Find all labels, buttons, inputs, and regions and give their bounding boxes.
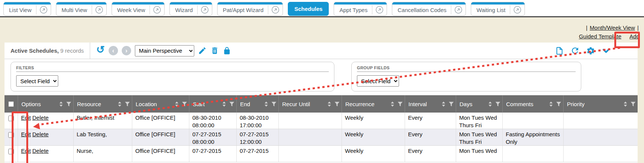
column-header-recur-until[interactable]: Recur Until	[279, 95, 342, 113]
column-header-days[interactable]: Days	[456, 95, 503, 113]
resource-cell: Nurse,	[74, 146, 132, 162]
column-label: Interval	[408, 101, 427, 107]
filter-funnel-icon[interactable]	[181, 101, 187, 107]
row-checkbox[interactable]	[8, 116, 14, 121]
sort-icon[interactable]	[327, 101, 332, 107]
sort-icon[interactable]	[623, 101, 628, 107]
perspective-select[interactable]: Main Perspective	[135, 45, 194, 56]
tab-multi-view[interactable]: Multi View	[56, 2, 107, 16]
column-label: End	[240, 101, 250, 107]
filter-funnel-icon[interactable]	[124, 101, 130, 107]
edit-link[interactable]: Edit	[21, 131, 31, 137]
recur-until-cell	[279, 129, 342, 145]
nav-forward-icon[interactable]: ›	[122, 46, 131, 55]
filters-title: FILTERS	[16, 66, 329, 72]
sort-icon[interactable]	[548, 101, 554, 107]
sort-icon[interactable]	[487, 101, 493, 107]
location-cell: Office [OFFICE]	[132, 129, 189, 145]
column-label: Location	[136, 101, 157, 107]
days-cell: Mon Tues Wed	[456, 146, 503, 162]
guided-template-link[interactable]: Guided Template	[579, 33, 621, 40]
filters-box: FILTERS Select Field	[11, 62, 334, 91]
select-all-checkbox[interactable]	[8, 101, 14, 107]
filter-funnel-icon[interactable]	[66, 101, 72, 107]
edit-link[interactable]: Edit	[21, 148, 31, 154]
chevron-down-icon[interactable]	[602, 46, 611, 55]
filter-funnel-icon[interactable]	[334, 101, 340, 107]
sort-icon[interactable]	[221, 101, 227, 107]
filters-field-select[interactable]: Select Field	[16, 75, 58, 87]
month-week-view-link[interactable]: Month/Week View	[590, 24, 635, 31]
column-header-resource[interactable]: Resource	[74, 95, 132, 113]
tab-cancellation-codes[interactable]: Cancellation Codes	[392, 2, 466, 16]
column-header-location[interactable]: Location	[132, 95, 189, 113]
external-link-icon[interactable]	[451, 6, 466, 14]
interval-cell: Every	[405, 146, 456, 162]
sort-icon[interactable]	[58, 101, 64, 107]
tab-wizard[interactable]: Wizard	[169, 2, 212, 16]
sort-icon[interactable]	[390, 101, 395, 107]
external-link-icon[interactable]	[198, 6, 212, 14]
column-header-options[interactable]: Options	[18, 95, 74, 113]
tab-schedules[interactable]: Schedules	[288, 2, 329, 16]
location-cell: Office [OFFICE]	[132, 146, 189, 162]
gear-icon[interactable]	[586, 46, 595, 55]
column-header-priority[interactable]: Priority	[564, 95, 638, 113]
external-link-icon[interactable]	[150, 6, 164, 14]
resource-cell: Lab Testing,	[74, 129, 132, 145]
edit-link[interactable]: Edit	[21, 114, 31, 121]
column-label: Recurrence	[345, 101, 375, 107]
days-cell: Mon Tues Wed Thurs Fri	[456, 129, 503, 145]
row-checkbox[interactable]	[8, 149, 14, 154]
sort-icon[interactable]	[117, 101, 122, 107]
interval-cell: Every	[405, 129, 456, 145]
interval-cell: Every	[405, 113, 456, 129]
tab-waiting-list[interactable]: Waiting List	[471, 2, 525, 16]
filter-funnel-icon[interactable]	[495, 101, 501, 107]
add-link[interactable]: Add	[629, 33, 639, 40]
column-header-comments[interactable]: Comments	[503, 95, 564, 113]
filter-funnel-icon[interactable]	[556, 101, 562, 107]
recurrence-cell: Weekly	[342, 146, 405, 162]
new-document-icon[interactable]	[555, 46, 564, 55]
edit-pencil-icon[interactable]	[198, 46, 207, 55]
sort-icon[interactable]	[263, 101, 269, 107]
sort-icon[interactable]	[441, 101, 446, 107]
refresh-icon[interactable]	[570, 46, 580, 55]
lock-icon[interactable]	[223, 47, 231, 55]
group-field-select[interactable]: Select Field	[357, 75, 399, 87]
location-cell: Office [OFFICE]	[132, 113, 189, 129]
column-header-recurrence[interactable]: Recurrence	[342, 95, 405, 113]
delete-link[interactable]: Delete	[32, 131, 48, 137]
delete-link[interactable]: Delete	[32, 148, 48, 154]
filter-funnel-icon[interactable]	[630, 101, 636, 107]
column-header-end[interactable]: End	[237, 95, 279, 113]
filter-funnel-icon[interactable]	[397, 101, 403, 107]
tab-appt-types[interactable]: Appt Types	[334, 2, 387, 16]
options-cell: Edit Delete	[18, 146, 74, 162]
table-row: Edit Delete Nurse, Office [OFFICE] 07-27…	[5, 146, 638, 162]
column-header-interval[interactable]: Interval	[405, 95, 456, 113]
filter-funnel-icon[interactable]	[229, 101, 235, 107]
external-link-icon[interactable]	[268, 6, 283, 14]
tab-label: Appt Types	[334, 7, 372, 13]
row-checkbox[interactable]	[8, 132, 14, 138]
filter-funnel-icon[interactable]	[271, 101, 277, 107]
sort-icon[interactable]	[174, 101, 180, 107]
tab-week-view[interactable]: Week View	[112, 2, 165, 16]
filter-funnel-icon[interactable]	[448, 101, 454, 107]
start-time: 08:00:00	[192, 122, 233, 129]
nav-back-icon[interactable]: ‹	[109, 46, 118, 55]
external-link-icon[interactable]	[36, 6, 51, 14]
active-schedules-panel: Active Schedules, 9 records ↺ ‹ › Main P…	[5, 43, 638, 163]
external-link-icon[interactable]	[510, 6, 525, 14]
tab-list-view[interactable]: List View	[3, 2, 51, 16]
tab-pat-appt-wizard[interactable]: Pat/Appt Wizard	[217, 2, 283, 16]
external-link-icon[interactable]	[92, 6, 106, 14]
external-link-icon[interactable]	[372, 6, 387, 14]
delete-link[interactable]: Delete	[32, 114, 48, 121]
undo-icon[interactable]: ↺	[96, 46, 105, 56]
column-label: Days	[460, 101, 472, 107]
delete-trash-icon[interactable]	[210, 46, 219, 55]
column-header-start[interactable]: Start	[189, 95, 237, 113]
